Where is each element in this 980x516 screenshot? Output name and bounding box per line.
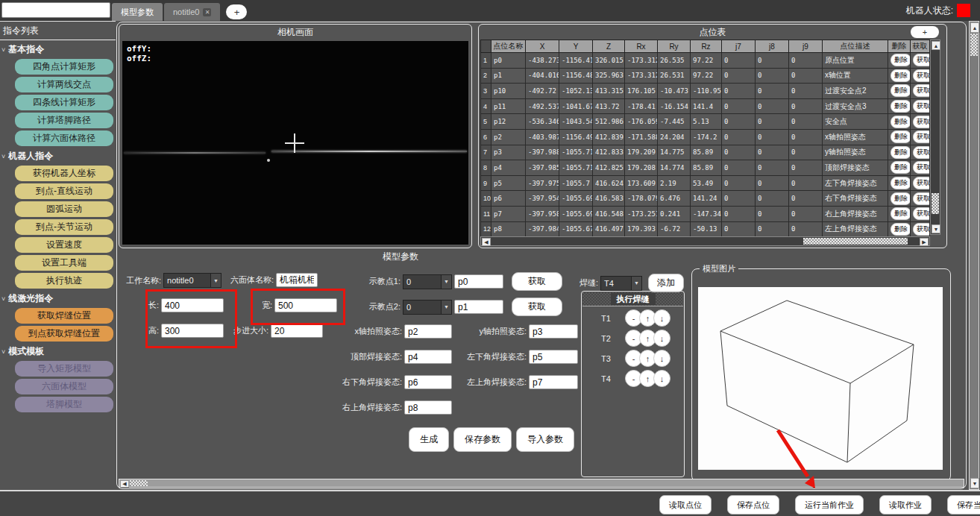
teach2-get-button[interactable]: 获取 [512,298,562,316]
teach1-get-button[interactable]: 获取 [512,272,562,291]
delete-button[interactable]: 删除 [891,84,911,97]
weld-move-down-button[interactable]: ↓ [653,350,670,367]
get-button[interactable]: 获取 [913,192,930,205]
table-row[interactable]: 8p4-397.985-1055.71412.825179.20814.7748… [481,160,930,176]
sidebar-item[interactable]: 获得机器人坐标 [15,166,113,181]
sidebar-item[interactable]: 四条线计算矩形 [15,95,113,110]
sidebar-item[interactable]: 圆弧运动 [15,201,113,217]
weld-move-down-button[interactable]: ↓ [653,370,670,387]
get-button[interactable]: 获取 [913,223,930,236]
command-filter-input[interactable] [1,2,110,18]
sidebar-item[interactable]: 到点获取焊缝位置 [15,326,113,342]
hexa-name-input[interactable] [276,273,318,287]
pose-input[interactable] [404,350,452,364]
scroll-thumb[interactable] [932,193,939,214]
sidebar-item[interactable]: 四角点计算矩形 [15,59,113,75]
sidebar-item[interactable]: 计算两线交点 [15,77,113,92]
sidebar-item[interactable]: 六面体模型 [15,379,113,394]
save-current-job-button[interactable]: 保存当前作业 [947,495,980,515]
table-row[interactable]: 5p12-536.346-1043.54512.986-176.059-7.44… [481,114,930,130]
sidebar-item[interactable]: 设置速度 [15,237,113,253]
weld-add-button[interactable]: 添加 [648,274,684,292]
table-row[interactable]: 3p10-492.72-1052.13413.315176.105-10.473… [481,84,930,99]
run-current-job-button[interactable]: 运行当前作业 [795,495,864,515]
teach2-select[interactable]: 0 ▼ [403,300,452,315]
teach2-input[interactable] [454,300,503,314]
delete-button[interactable]: 删除 [891,223,911,236]
table-row[interactable]: 4p11-492.537-1041.67413.72-178.41-16.154… [481,98,930,114]
table-row[interactable]: 2p1-404.016-1156.48325.963-173.31226.531… [481,68,930,84]
save-params-button[interactable]: 保存参数 [453,427,512,452]
get-button[interactable]: 获取 [913,100,930,113]
table-row[interactable]: 12p8-397.984-1055.67416.497179.393-6.72-… [481,221,930,237]
sidebar-item[interactable]: 执行轨迹 [15,273,113,289]
scroll-down-icon[interactable]: ▼ [970,478,979,488]
get-button[interactable]: 获取 [913,116,930,128]
sidebar-item[interactable]: 计算塔脚路径 [15,113,113,128]
pose-input[interactable] [404,324,452,339]
table-row[interactable]: 7p3-397.988-1055.71412.833179.20914.7758… [481,145,930,160]
table-row[interactable]: 9p5-397.975-1055.7416.624173.6092.1953.4… [481,175,930,191]
sidebar-item[interactable]: 到点-直线运动 [15,183,113,199]
delete-button[interactable]: 删除 [891,161,911,174]
get-button[interactable]: 获取 [913,146,930,159]
new-tab-button[interactable]: + [226,4,247,19]
sidebar-item[interactable]: 导入矩形模型 [15,361,113,377]
height-input[interactable] [161,324,224,338]
pose-input[interactable] [404,375,452,389]
read-points-button[interactable]: 读取点位 [659,495,712,515]
read-job-button[interactable]: 读取作业 [879,495,932,515]
delete-button[interactable]: 删除 [891,69,911,82]
get-button[interactable]: 获取 [913,69,930,82]
import-params-button[interactable]: 导入参数 [516,427,574,452]
delete-button[interactable]: 删除 [891,192,911,205]
delete-button[interactable]: 删除 [891,100,911,113]
get-button[interactable]: 获取 [913,207,930,220]
pose-input[interactable] [529,324,578,339]
get-button[interactable]: 获取 [913,161,930,174]
point-table-horizontal-scrollbar[interactable]: ◀ ▶ [480,236,930,246]
length-input[interactable] [161,298,224,312]
get-button[interactable]: 获取 [913,130,930,143]
weld-move-down-button[interactable]: ↓ [653,309,670,327]
sidebar-group-header[interactable]: ˅基本指令 [0,40,116,57]
scroll-thumb[interactable] [803,238,908,245]
get-button[interactable]: 获取 [913,84,930,97]
window-vertical-scrollbar[interactable]: ▲ ▼ [969,21,979,490]
get-button[interactable]: 获取 [913,177,930,189]
main-horizontal-scrollbar[interactable]: ◀ [119,479,964,488]
table-row[interactable]: 1p0-438.273-1156.41326.015-173.31226.535… [481,53,930,69]
sidebar-group-header[interactable]: ˅线激光指令 [0,289,116,306]
scroll-right-icon[interactable]: ▶ [920,238,929,246]
sidebar-item[interactable]: 设置工具端 [15,255,113,271]
weld-select[interactable]: T4 ▼ [600,276,642,291]
weld-move-down-button[interactable]: ↓ [653,330,670,347]
sidebar-item[interactable]: 获取焊缝位置 [15,308,113,324]
sidebar-group-header[interactable]: ˅机器人指令 [0,147,116,164]
scroll-thumb[interactable] [130,480,148,486]
tab-close-icon[interactable]: ✕ [203,8,211,16]
delete-button[interactable]: 删除 [891,146,911,159]
pose-input[interactable] [529,375,578,389]
add-point-button[interactable]: + [911,26,939,38]
table-row[interactable]: 10p6-397.954-1055.69416.583-178.0796.476… [481,191,930,207]
table-row[interactable]: 6p2-403.987-1156.49412.839-171.58824.204… [481,129,930,145]
scroll-up-icon[interactable]: ▲ [970,22,979,33]
delete-button[interactable]: 删除 [891,130,911,143]
sidebar-item[interactable]: 到点-关节运动 [15,219,113,235]
work-name-select[interactable]: notitle0 ▼ [163,273,222,288]
tab-notitle0[interactable]: notitle0✕ [164,3,220,21]
generate-button[interactable]: 生成 [409,427,449,452]
scroll-thumb[interactable] [970,34,978,56]
sidebar-item[interactable]: 计算六面体路径 [15,130,113,146]
teach1-select[interactable]: 0 ▼ [403,274,452,289]
sidebar-group-header[interactable]: ˅模式模板 [0,342,116,359]
table-row[interactable]: 11p7-397.958-1055.69416.548-173.2510.241… [481,206,930,221]
delete-button[interactable]: 删除 [891,207,911,220]
scroll-left-icon[interactable]: ◀ [482,238,491,246]
scroll-down-icon[interactable]: ▼ [932,224,940,233]
delete-button[interactable]: 删除 [891,177,911,189]
get-button[interactable]: 获取 [913,54,930,66]
scroll-left-icon[interactable]: ◀ [120,480,129,488]
tab-模型参数[interactable]: 模型参数 [112,3,163,21]
